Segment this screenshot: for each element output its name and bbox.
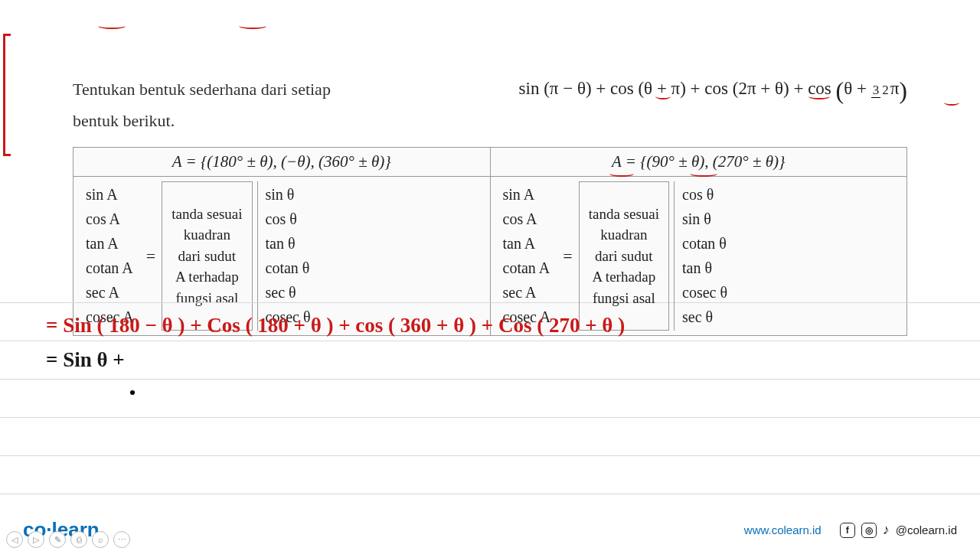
list-item: sec θ [682,307,727,328]
tiktok-icon[interactable]: ♪ [883,522,890,538]
instruction-line1: Tentukan bentuk sederhana dari setiap [73,77,331,102]
sign-line: kuadran [589,224,659,246]
sign-line: dari sudut [589,246,659,267]
list-item: tan θ [266,233,311,254]
left-func-list: sin A cos A tan A cotan A sec A cosec A [80,181,140,331]
site-url[interactable]: www.colearn.id [744,523,822,536]
right-func-list: sin A cos A tan A cotan A sec A cosec A [497,181,557,331]
list-item: tan θ [682,258,727,279]
list-item: sec A [86,282,134,303]
social-handle: @colearn.id [896,523,957,536]
sign-line: A terhadap [172,266,242,288]
math-expression: sin (π − θ) + cos (θ + π) + cos (2π + θ)… [519,77,907,105]
red-underline-icon [944,99,959,106]
instagram-icon[interactable]: ◎ [861,523,877,538]
social-links: f ◎ ♪ @colearn.id [840,522,957,538]
expr-text: sin (π − θ) + cos (θ + π) + cos (2π + θ)… [519,79,836,98]
sign-line: kuadran [172,224,242,246]
instruction-block: Tentukan bentuk sederhana dari setiap be… [73,77,331,139]
list-item: sec A [503,282,551,303]
list-item: cotan θ [266,258,311,279]
table-right-column: A = {(90° ± θ), (270° ± θ)} sin A cos A … [491,148,907,335]
expr-pi: π [890,79,900,98]
list-item: cos A [503,209,551,230]
list-item: cotan A [503,258,551,279]
sign-line: tanda sesuai [172,204,242,225]
expr-theta: θ + [844,79,871,98]
frac-den: 2 [880,83,890,97]
right-result-list: cos θ sin θ cotan θ tan θ cosec θ sec θ [674,181,732,331]
list-item: sin A [86,184,134,205]
list-item: cos θ [266,209,311,230]
red-underline-icon [609,171,634,177]
red-bracket-icon [3,34,11,156]
list-item: cosec θ [682,282,727,303]
list-item: sin θ [266,184,311,205]
handwritten-step2: = Sin θ + [46,348,125,372]
red-underline-icon [690,171,717,177]
list-item: sec θ [266,282,311,303]
list-item: tan A [503,233,551,254]
prev-button[interactable]: ◁ [6,531,23,548]
cursor-dot-icon [130,390,135,395]
list-item: cotan θ [682,233,727,254]
right-sign-box: tanda sesuai kuadran dari sudut A terhad… [579,181,669,331]
sign-line: dari sudut [172,246,242,267]
equals-sign: = [557,181,578,331]
red-underline-icon [655,93,671,99]
list-item: cotan A [86,258,134,279]
facebook-icon[interactable]: f [840,523,855,538]
list-item: cos A [86,209,134,230]
frac-num: 3 [871,83,881,98]
list-item: cos θ [682,184,727,205]
sign-line: fungsi asal [589,288,659,309]
red-underline-icon [98,23,126,29]
red-underline-icon [239,23,266,29]
edit-button[interactable]: ✎ [49,531,66,548]
list-item: sin θ [682,209,727,230]
handwritten-step1: = Sin ( 180 − θ ) + Cos ( 180 + θ ) + co… [46,314,625,337]
list-item: tan A [86,233,134,254]
red-underline-icon [808,93,830,99]
player-controls: ◁ ▷ ✎ ⎙ ⌕ ⋯ [6,531,130,548]
zoom-button[interactable]: ⌕ [92,531,109,548]
left-header: A = {(180° ± θ), (−θ), (360° ± θ)} [74,148,490,177]
print-button[interactable]: ⎙ [70,531,87,548]
more-button[interactable]: ⋯ [113,531,130,548]
footer-bar: co·learn www.colearn.id f ◎ ♪ @colearn.i… [0,518,980,542]
sign-line: tanda sesuai [589,204,659,225]
instruction-line2: bentuk berikut. [73,108,331,133]
next-button[interactable]: ▷ [28,531,44,548]
list-item: sin A [503,184,551,205]
sign-line: A terhadap [589,266,659,288]
